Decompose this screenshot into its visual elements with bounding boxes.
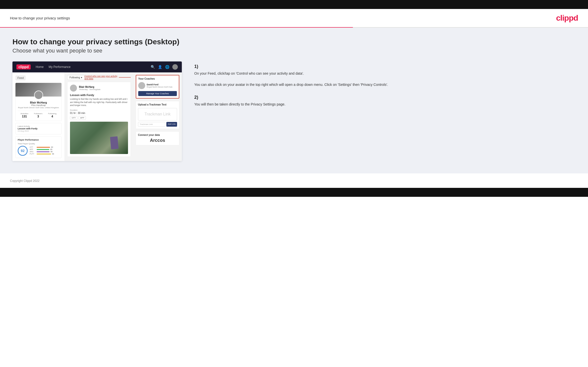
quality-label: Total Player Quality — [18, 143, 59, 145]
mock-nav-home: Home — [36, 65, 44, 69]
post-header: Blair McHarg Yesterday · Sunningdale — [70, 85, 128, 92]
coach-avatar — [138, 82, 145, 89]
inner-layout: clippd Home My Performance 🔍 👤 🌐 Feed — [12, 61, 576, 161]
trackman-placeholder: Trackman Link — [144, 112, 170, 116]
mock-trackman-card: Upload a Trackman Test Trackman Link Tra… — [136, 101, 179, 129]
add-link-button[interactable]: Add Link — [166, 122, 177, 127]
instructions-panel: 1) On your Feed, click/tap on 'Control w… — [192, 61, 576, 115]
mock-body: Feed Blair McHarg Plus Handicap Royal No… — [12, 72, 182, 161]
post-title: Lesson with Fordy — [70, 94, 128, 97]
trackman-link-display: Trackman Link — [138, 108, 177, 120]
arg-value: 86 — [51, 151, 53, 153]
mock-connect-card: Connect your data Arccos — [136, 131, 179, 145]
trackman-input-field[interactable]: Trackman Link — [138, 122, 165, 127]
instruction-2-number: 2) — [194, 95, 576, 100]
annotation-arrow — [119, 76, 131, 79]
site-logo: clippd — [556, 13, 578, 23]
trackman-title: Upload a Trackman Test — [138, 103, 177, 106]
coach-info: David Ford Royal North Devon Golf Club — [147, 83, 172, 88]
bar-arg: ARG 86 — [30, 151, 59, 153]
mock-profile-card: Blair McHarg Plus Handicap Royal North D… — [15, 83, 62, 121]
coach-name: David Ford — [147, 83, 172, 86]
page-title: How to change your privacy settings — [10, 16, 70, 20]
duration-value: 01 hr : 30 min — [70, 112, 128, 114]
main-content: How to change your privacy settings (Des… — [0, 28, 588, 173]
app-label: APP — [30, 149, 36, 150]
app-value: 85 — [50, 149, 52, 150]
trackman-field-placeholder: Trackman Link — [140, 123, 153, 125]
pp-inner: 92 OTT 90 APP 85 — [18, 146, 59, 156]
coach-item: David Ford Royal North Devon Golf Club — [138, 82, 177, 89]
mock-stat-activities: Activities 131 — [20, 112, 28, 118]
bar-putt: PUTT 96 — [30, 153, 59, 155]
arg-bar — [37, 151, 50, 152]
latest-activity-name: Lesson with Fordy — [18, 127, 59, 130]
mock-logo: clippd — [16, 64, 31, 69]
tag-ott: OTT — [70, 116, 77, 120]
score-circle: 92 — [18, 146, 28, 156]
app-bar — [37, 149, 49, 150]
site-footer: Copyright Clippd 2022 — [0, 173, 588, 188]
post-meta: Yesterday · Sunningdale — [79, 88, 100, 91]
instruction-2-text: You will then be taken directly to the P… — [194, 102, 576, 107]
post-description: Looking to feel like my hands are exitin… — [70, 98, 128, 107]
putt-value: 96 — [52, 153, 54, 155]
mock-nav-icons: 🔍 👤 🌐 — [151, 64, 178, 70]
ott-label: OTT — [30, 146, 36, 148]
following-label: Following — [48, 112, 57, 115]
site-header: How to change your privacy settings clip… — [0, 9, 588, 27]
arccos-text: Arccos — [138, 138, 177, 143]
perf-bars: OTT 90 APP 85 ARG — [30, 146, 59, 155]
mock-latest-activity: Latest Activity Lesson with Fordy 03 Aug… — [15, 123, 62, 134]
following-value: 4 — [48, 115, 57, 118]
latest-activity-date: 03 Aug 2022 — [18, 130, 59, 132]
player-perf-title: Player Performance — [18, 139, 59, 141]
ott-bar — [37, 147, 50, 148]
followers-value: 3 — [34, 115, 42, 118]
manage-coaches-button[interactable]: Manage Your Coaches — [138, 91, 177, 96]
mock-cover-image — [15, 83, 62, 97]
instruction-1: 1) On your Feed, click/tap on 'Control w… — [194, 64, 576, 87]
main-subheading: Choose what you want people to see — [12, 48, 576, 54]
mock-profile-info: Blair McHarg Plus Handicap Royal North D… — [15, 97, 62, 121]
post-author-info: Blair McHarg Yesterday · Sunningdale — [79, 86, 100, 91]
mock-stat-followers: Followers 3 — [34, 112, 42, 118]
tag-app: APP — [78, 116, 86, 120]
search-icon: 🔍 — [151, 65, 155, 69]
mock-navbar: clippd Home My Performance 🔍 👤 🌐 — [12, 61, 182, 72]
coach-club: Royal North Devon Golf Club — [147, 86, 172, 88]
post-image — [70, 122, 128, 154]
activities-value: 131 — [20, 115, 28, 118]
putt-bar — [37, 154, 51, 155]
mock-profile-club: Royal North Devon Golf Club, United King… — [18, 106, 59, 109]
instruction-1-number: 1) — [194, 64, 576, 69]
mock-stats-row: Activities 131 Followers 3 Following 4 — [18, 111, 59, 118]
post-author-avatar — [70, 85, 77, 92]
mock-player-performance: Player Performance Total Player Quality … — [15, 136, 62, 158]
bar-app: APP 85 — [30, 149, 59, 150]
coaches-title: Your Coaches — [138, 77, 177, 80]
compass-icon: 🌐 — [165, 65, 169, 69]
connect-title: Connect your data — [138, 134, 177, 136]
mock-right-panel: Your Coaches David Ford Royal North Devo… — [133, 72, 182, 161]
mock-coaches-card: Your Coaches David Ford Royal North Devo… — [136, 75, 179, 99]
avatar-icon — [172, 64, 178, 70]
activities-label: Activities — [20, 112, 28, 115]
person-icon: 👤 — [158, 65, 162, 69]
mock-feed-tab: Feed — [15, 75, 26, 80]
mock-feed-center: Following ▾ Control who can see your act… — [65, 72, 133, 161]
copyright-text: Copyright Clippd 2022 — [10, 179, 40, 183]
duration-label: Duration — [70, 109, 128, 111]
post-tags: OTT APP — [70, 116, 128, 120]
putt-label: PUTT — [30, 153, 36, 155]
control-link-area: Control who can see your activity and da… — [84, 75, 131, 80]
following-label: Following — [69, 76, 80, 79]
top-bar — [0, 0, 588, 9]
mock-profile-name: Blair McHarg — [18, 101, 59, 104]
arg-label: ARG — [30, 151, 36, 153]
instruction-2: 2) You will then be taken directly to th… — [194, 95, 576, 107]
bottom-bar — [0, 188, 588, 197]
post-author-name: Blair McHarg — [79, 86, 100, 88]
mock-profile-avatar — [34, 91, 43, 100]
mock-profile-handicap: Plus Handicap — [18, 104, 59, 106]
